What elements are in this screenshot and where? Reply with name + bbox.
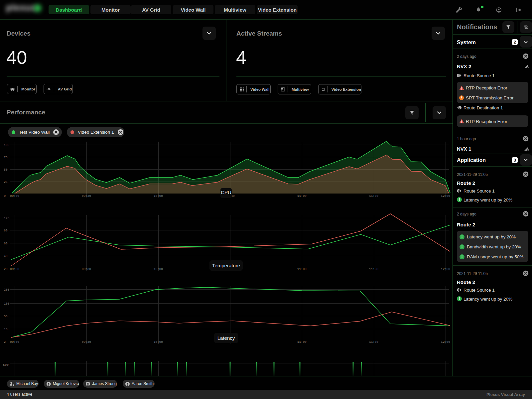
svg-text:80: 80 [4, 229, 8, 232]
svg-text:09:00: 09:00 [10, 194, 19, 198]
svg-text:11:00: 11:00 [297, 194, 307, 198]
svg-text:11:00: 11:00 [297, 267, 307, 271]
svg-text:25: 25 [4, 180, 8, 184]
svg-text:Latency: Latency [217, 335, 235, 341]
svg-text:60: 60 [4, 242, 8, 245]
svg-text:11:00: 11:00 [297, 340, 307, 344]
svg-text:09:00: 09:00 [10, 340, 19, 344]
svg-text:100: 100 [4, 143, 10, 147]
svg-text:10:00: 10:00 [154, 194, 163, 198]
svg-text:50: 50 [4, 315, 8, 318]
svg-text:Temperature: Temperature [212, 263, 240, 268]
svg-text:20: 20 [4, 267, 8, 271]
svg-text:CPU: CPU [221, 190, 231, 195]
svg-text:40: 40 [4, 254, 8, 258]
svg-text:75: 75 [4, 156, 8, 159]
svg-text:11:30: 11:30 [369, 194, 378, 198]
svg-text:11:30: 11:30 [369, 267, 378, 271]
svg-text:09:30: 09:30 [82, 340, 91, 344]
svg-text:10: 10 [4, 328, 8, 331]
svg-text:2: 2 [4, 340, 6, 344]
svg-text:09:30: 09:30 [82, 194, 91, 198]
svg-text:10:00: 10:00 [154, 267, 163, 271]
svg-text:09:00: 09:00 [10, 267, 19, 271]
svg-text:500: 500 [3, 363, 9, 367]
svg-text:10:00: 10:00 [154, 340, 163, 344]
svg-text:120: 120 [4, 216, 10, 220]
svg-text:0: 0 [4, 194, 6, 198]
svg-text:50: 50 [4, 168, 8, 172]
svg-text:200: 200 [4, 288, 10, 292]
svg-text:12:00: 12:00 [441, 267, 450, 271]
svg-text:11:30: 11:30 [369, 340, 378, 344]
svg-text:100: 100 [4, 302, 10, 306]
svg-text:12:00: 12:00 [441, 340, 450, 344]
svg-text:09:30: 09:30 [82, 267, 91, 271]
svg-text:12:00: 12:00 [441, 194, 450, 198]
